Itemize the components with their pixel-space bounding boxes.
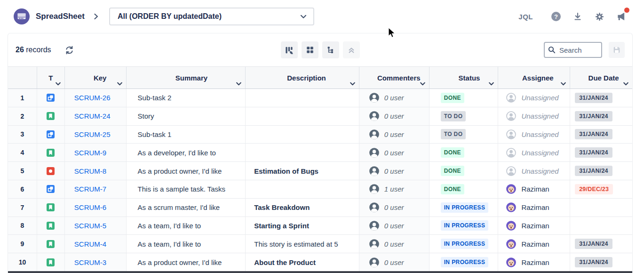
due-date-cell[interactable]: 31/JAN/24 (570, 144, 632, 161)
due-date-cell[interactable]: 31/JAN/24 (570, 235, 632, 253)
summary-cell[interactable]: As a team, I'd like to (127, 235, 246, 253)
row-number-cell[interactable]: 4 (8, 144, 37, 161)
type-icon-cell[interactable] (37, 180, 65, 198)
assignee-cell[interactable]: Unassigned (498, 162, 570, 180)
assignee-cell[interactable]: Unassigned (498, 126, 570, 144)
description-cell[interactable] (246, 180, 359, 198)
row-number-cell[interactable]: 3 (8, 126, 37, 144)
help-icon[interactable]: ? (551, 11, 561, 22)
type-icon-cell[interactable] (37, 217, 65, 235)
commenters-cell[interactable]: 1 user (359, 180, 429, 198)
issue-key-link[interactable]: SCRUM-6 (74, 203, 106, 211)
sheet-selector-dropdown[interactable]: All (ORDER BY updatedDate) (109, 8, 314, 25)
status-cell[interactable]: DONE (429, 180, 499, 198)
due-date-cell[interactable]: 31/JAN/24 (570, 126, 632, 144)
issue-key-link[interactable]: SCRUM-8 (74, 167, 106, 175)
row-number-cell[interactable]: 7 (8, 199, 37, 217)
issue-key-link[interactable]: SCRUM-9 (74, 149, 106, 157)
type-icon-cell[interactable] (37, 253, 65, 271)
commenters-cell[interactable]: 0 user (359, 126, 429, 144)
due-date-cell[interactable]: 31/JAN/24 (570, 162, 632, 180)
commenters-cell[interactable]: 0 user (359, 144, 429, 161)
summary-cell[interactable]: Sub-task 1 (127, 126, 246, 144)
key-cell[interactable]: SCRUM-3 (65, 253, 127, 271)
summary-cell[interactable]: As a scrum master, I'd like (127, 199, 246, 217)
issue-key-link[interactable]: SCRUM-3 (74, 258, 106, 266)
description-cell[interactable] (246, 89, 359, 107)
column-header-key[interactable]: Key (65, 67, 127, 88)
summary-cell[interactable]: Story (127, 107, 246, 125)
issue-key-link[interactable]: SCRUM-25 (74, 130, 111, 138)
assignee-cell[interactable]: Raziman (498, 235, 570, 253)
row-number-cell[interactable]: 8 (8, 217, 37, 235)
assignee-cell[interactable]: Unassigned (498, 89, 570, 107)
type-icon-cell[interactable] (37, 162, 65, 180)
hierarchy-view-button[interactable] (322, 41, 339, 58)
megaphone-icon[interactable] (616, 11, 626, 22)
description-cell[interactable]: This story is estimated at 5 (246, 235, 359, 253)
column-header-assignee[interactable]: Assignee (498, 67, 570, 88)
assignee-cell[interactable]: Raziman (498, 180, 570, 198)
status-cell[interactable]: DONE (429, 89, 499, 107)
key-cell[interactable]: SCRUM-8 (65, 162, 127, 180)
commenters-cell[interactable]: 0 user (359, 235, 429, 253)
card-view-button[interactable] (302, 41, 318, 58)
column-header-rownum[interactable] (8, 67, 37, 88)
key-cell[interactable]: SCRUM-7 (65, 180, 127, 198)
type-icon-cell[interactable] (37, 126, 65, 144)
column-header-commenters[interactable]: Commenters (359, 67, 429, 88)
column-header-due-date[interactable]: Due Date (570, 67, 632, 88)
gear-icon[interactable] (594, 11, 604, 22)
description-cell[interactable]: Starting a Sprint (246, 217, 359, 235)
column-header-summary[interactable]: Summary (127, 67, 246, 88)
save-button[interactable] (609, 42, 625, 58)
jql-button[interactable]: JQL (518, 13, 533, 21)
description-cell[interactable] (246, 107, 359, 125)
status-cell[interactable]: IN PROGRESS (429, 217, 499, 235)
commenters-cell[interactable]: 0 user (359, 107, 429, 125)
issue-key-link[interactable]: SCRUM-7 (74, 185, 106, 193)
description-cell[interactable] (246, 126, 359, 144)
issue-key-link[interactable]: SCRUM-4 (74, 240, 106, 248)
issue-key-link[interactable]: SCRUM-5 (74, 222, 106, 230)
key-cell[interactable]: SCRUM-26 (65, 89, 127, 107)
assignee-cell[interactable]: Raziman (498, 253, 570, 271)
key-cell[interactable]: SCRUM-25 (65, 126, 127, 144)
row-number-cell[interactable]: 5 (8, 162, 37, 180)
type-icon-cell[interactable] (37, 235, 65, 253)
commenters-cell[interactable]: 0 user (359, 162, 429, 180)
row-number-cell[interactable]: 1 (8, 89, 37, 107)
assignee-cell[interactable]: Unassigned (498, 107, 570, 125)
due-date-cell[interactable]: 31/JAN/24 (570, 253, 632, 271)
row-number-cell[interactable]: 10 (8, 253, 37, 271)
summary-cell[interactable]: As a team, I'd like to (127, 217, 246, 235)
row-number-cell[interactable]: 2 (8, 107, 37, 125)
commenters-cell[interactable]: 0 user (359, 253, 429, 271)
key-cell[interactable]: SCRUM-9 (65, 144, 127, 161)
description-cell[interactable]: About the Product (246, 253, 359, 271)
summary-cell[interactable]: As a developer, I'd like to (127, 144, 246, 161)
commenters-cell[interactable]: 0 user (359, 199, 429, 217)
key-cell[interactable]: SCRUM-6 (65, 199, 127, 217)
status-cell[interactable]: TO DO (429, 107, 499, 125)
column-header-description[interactable]: Description (246, 67, 359, 88)
row-number-cell[interactable]: 6 (8, 180, 37, 198)
commenters-cell[interactable]: 0 user (359, 217, 429, 235)
status-cell[interactable]: TO DO (429, 126, 499, 144)
key-cell[interactable]: SCRUM-5 (65, 217, 127, 235)
due-date-cell[interactable]: 31/JAN/24 (570, 89, 632, 107)
status-cell[interactable]: IN PROGRESS (429, 235, 499, 253)
collapse-all-button[interactable] (343, 41, 360, 58)
status-cell[interactable]: IN PROGRESS (429, 199, 499, 217)
column-header-t[interactable]: T (37, 67, 65, 88)
due-date-cell[interactable]: 31/JAN/24 (570, 107, 632, 125)
summary-cell[interactable]: Sub-task 2 (127, 89, 246, 107)
type-icon-cell[interactable] (37, 199, 65, 217)
row-number-cell[interactable]: 9 (8, 235, 37, 253)
issue-key-link[interactable]: SCRUM-24 (74, 112, 111, 120)
assignee-cell[interactable]: Unassigned (498, 144, 570, 161)
due-date-cell[interactable] (570, 199, 632, 217)
column-settings-button[interactable] (281, 41, 298, 58)
issue-key-link[interactable]: SCRUM-26 (74, 94, 111, 102)
assignee-cell[interactable]: Raziman (498, 217, 570, 235)
